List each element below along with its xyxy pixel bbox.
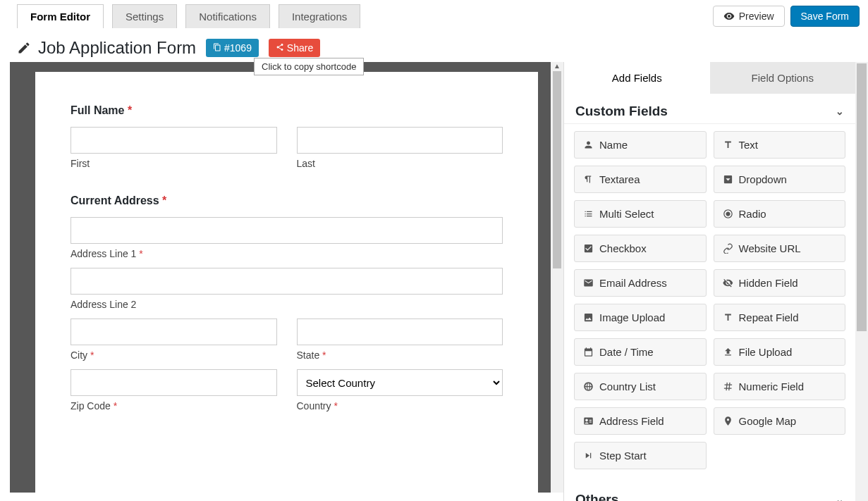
field-type-label: Date / Time — [599, 346, 654, 358]
repeat-icon — [723, 312, 733, 323]
fullname-label: Full Name * — [71, 104, 503, 117]
tab-notifications[interactable]: Notifications — [185, 4, 270, 28]
field-type-label: Repeat Field — [739, 311, 799, 323]
others-section[interactable]: Others ⌄ — [564, 482, 855, 501]
field-type-text[interactable]: Text — [714, 131, 846, 159]
field-type-file-upload[interactable]: File Upload — [714, 338, 846, 366]
field-type-repeat-field[interactable]: Repeat Field — [714, 304, 846, 331]
field-type-name[interactable]: Name — [574, 131, 707, 159]
para-icon — [583, 174, 594, 185]
custom-fields-section[interactable]: Custom Fields ⌄ — [564, 94, 855, 124]
canvas-scrollbar[interactable]: ▲ — [551, 62, 563, 493]
dropdown-icon — [723, 174, 733, 185]
upload-icon — [723, 347, 733, 357]
field-type-google-map[interactable]: Google Map — [714, 407, 846, 435]
field-address[interactable]: Current Address * Address Line 1 * Addre… — [71, 194, 503, 412]
share-button[interactable]: Share — [269, 39, 320, 57]
field-type-label: Text — [739, 139, 759, 151]
field-type-label: Google Map — [739, 415, 797, 427]
field-type-checkbox[interactable]: Checkbox — [574, 235, 707, 262]
chevron-down-icon: ⌄ — [836, 494, 844, 501]
field-type-label: Image Upload — [599, 311, 665, 323]
zip-sublabel: Zip Code * — [71, 400, 277, 412]
shortcode-tooltip: Click to copy shortcode — [254, 58, 364, 75]
zip-input[interactable] — [71, 369, 277, 396]
map-icon — [723, 416, 733, 426]
field-type-label: Numeric Field — [739, 381, 805, 392]
shortcode-button[interactable]: #1069 — [206, 39, 259, 57]
user-icon — [583, 140, 594, 150]
address-label: Current Address * — [71, 194, 503, 207]
hidden-icon — [723, 278, 733, 288]
field-type-website-url[interactable]: Website URL — [714, 235, 846, 262]
field-type-address-field[interactable]: Address Field — [574, 407, 707, 435]
field-type-numeric-field[interactable]: Numeric Field — [714, 373, 846, 400]
field-type-radio[interactable]: Radio — [714, 200, 846, 228]
save-form-button[interactable]: Save Form — [790, 6, 860, 27]
sidetab-add-fields[interactable]: Add Fields — [564, 62, 710, 94]
address-line1-input[interactable] — [71, 217, 503, 244]
list-icon — [583, 209, 594, 219]
first-sublabel: First — [71, 158, 277, 169]
globe-icon — [583, 381, 594, 392]
field-type-email-address[interactable]: Email Address — [574, 269, 707, 297]
eye-icon — [723, 11, 735, 22]
country-sublabel: Country * — [297, 400, 503, 412]
addr1-sublabel: Address Line 1 * — [71, 248, 503, 259]
image-icon — [583, 312, 594, 323]
preview-button[interactable]: Preview — [713, 6, 785, 27]
state-input[interactable] — [297, 318, 503, 345]
last-name-input[interactable] — [297, 127, 503, 154]
addr2-sublabel: Address Line 2 — [71, 299, 503, 310]
form-canvas: Full Name * First Last Current — [10, 62, 563, 493]
field-type-hidden-field[interactable]: Hidden Field — [714, 269, 846, 297]
city-sublabel: City * — [71, 350, 277, 361]
field-type-label: Textarea — [599, 173, 640, 185]
sidetab-field-options[interactable]: Field Options — [710, 62, 856, 94]
sidebar-scrollbar[interactable] — [855, 62, 868, 501]
form-title: Job Application Form — [17, 38, 196, 58]
pencil-icon[interactable] — [17, 41, 31, 55]
check-icon — [583, 243, 594, 254]
field-type-label: Country List — [599, 381, 656, 392]
cal-icon — [583, 347, 594, 357]
tab-form-editor[interactable]: Form Editor — [17, 4, 104, 28]
field-type-dropdown[interactable]: Dropdown — [714, 166, 846, 193]
share-icon — [276, 43, 284, 51]
country-select[interactable]: Select Country — [297, 369, 503, 396]
mail-icon — [583, 278, 594, 288]
link-icon — [723, 243, 733, 254]
hash-icon — [723, 381, 733, 392]
field-type-label: Multi Select — [599, 208, 654, 220]
radio-icon — [723, 209, 733, 219]
copy-icon — [213, 43, 221, 51]
field-type-label: Name — [599, 139, 628, 151]
tab-integrations[interactable]: Integrations — [279, 4, 360, 28]
field-type-date-time[interactable]: Date / Time — [574, 338, 707, 366]
step-icon — [583, 450, 594, 461]
field-type-label: File Upload — [739, 346, 793, 358]
addr-icon — [583, 416, 594, 426]
field-type-label: Radio — [739, 208, 766, 220]
field-type-country-list[interactable]: Country List — [574, 373, 707, 400]
field-fullname[interactable]: Full Name * First Last — [71, 104, 503, 169]
field-type-label: Website URL — [739, 242, 801, 254]
field-type-textarea[interactable]: Textarea — [574, 166, 707, 193]
field-type-label: Dropdown — [739, 173, 787, 185]
address-line2-input[interactable] — [71, 268, 503, 295]
state-sublabel: State * — [297, 350, 503, 361]
tab-settings[interactable]: Settings — [112, 4, 177, 28]
text-icon — [723, 140, 733, 150]
field-type-label: Hidden Field — [739, 277, 798, 289]
last-sublabel: Last — [297, 158, 503, 169]
field-type-label: Step Start — [599, 450, 647, 462]
city-input[interactable] — [71, 318, 277, 345]
field-type-image-upload[interactable]: Image Upload — [574, 304, 707, 331]
field-type-label: Checkbox — [599, 242, 647, 254]
first-name-input[interactable] — [71, 127, 277, 154]
chevron-down-icon: ⌄ — [836, 106, 844, 117]
field-type-label: Email Address — [599, 277, 667, 289]
field-type-label: Address Field — [599, 415, 664, 427]
field-type-multi-select[interactable]: Multi Select — [574, 200, 707, 228]
field-type-step-start[interactable]: Step Start — [574, 442, 707, 469]
